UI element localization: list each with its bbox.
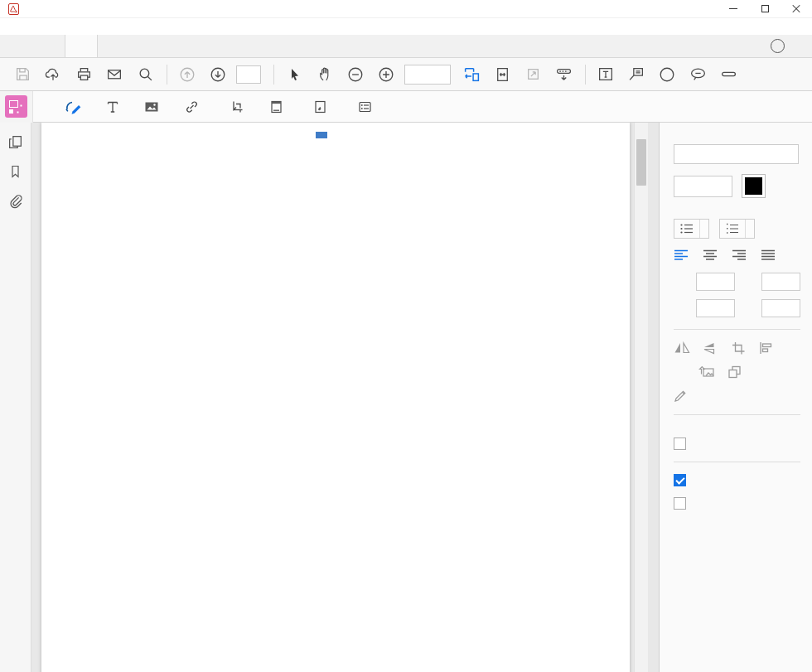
tab-tools[interactable] (27, 35, 53, 57)
align-objects-button[interactable] (759, 341, 776, 355)
flip-horizontal-button[interactable] (674, 341, 690, 355)
pdf-title-textblock[interactable] (317, 133, 326, 137)
fit-width-button[interactable] (459, 62, 484, 87)
numbered-list-icon (725, 223, 740, 234)
select-tool-button[interactable] (282, 62, 307, 87)
bookmarks-button[interactable] (8, 164, 22, 179)
edit-using-button[interactable] (674, 389, 800, 403)
scroll-up-icon[interactable] (635, 124, 649, 138)
printer-icon (76, 66, 92, 82)
fit-page-button[interactable] (490, 62, 515, 87)
header-footer-button[interactable] (269, 99, 295, 114)
hand-icon (317, 66, 333, 82)
workspace (0, 123, 812, 672)
vertical-scrollbar[interactable] (634, 123, 648, 672)
header-footer-icon (269, 99, 283, 114)
line-tool-button[interactable] (716, 62, 741, 87)
zoom-level-select[interactable] (404, 65, 451, 85)
font-size-select[interactable] (674, 176, 732, 197)
bullet-list-button[interactable] (674, 219, 709, 239)
watermark-button[interactable] (313, 99, 339, 114)
save-button[interactable] (10, 62, 35, 87)
link-button[interactable] (184, 99, 211, 114)
search-icon (138, 66, 153, 82)
minimize-icon (729, 8, 737, 9)
cloud-upload-icon (45, 66, 61, 82)
crop-icon (230, 99, 245, 114)
align-justify-button[interactable] (761, 249, 776, 261)
page-number-input[interactable] (236, 65, 261, 84)
arrange-objects-button[interactable] (727, 365, 744, 379)
edit-button[interactable] (64, 99, 88, 115)
circle-icon (659, 66, 675, 83)
more-button[interactable] (357, 99, 384, 114)
previous-page-button[interactable] (175, 62, 200, 87)
add-image-button[interactable] (143, 99, 166, 114)
callout-button[interactable] (624, 62, 649, 87)
cursor-icon (287, 67, 302, 82)
font-family-select[interactable] (674, 144, 799, 164)
watermark-icon (313, 99, 327, 114)
crop-object-button[interactable] (732, 341, 747, 355)
add-text-button[interactable] (106, 99, 125, 114)
zoom-out-button[interactable] (343, 62, 368, 87)
horizontal-scale-select[interactable] (696, 299, 735, 317)
font-color-picker[interactable] (742, 174, 766, 198)
image-icon (143, 99, 160, 114)
save-icon (15, 66, 31, 82)
tab-home[interactable] (0, 35, 27, 57)
edit-pdf-tool-badge[interactable] (0, 91, 33, 123)
character-spacing-select[interactable] (761, 299, 800, 317)
scrollbar-thumb[interactable] (636, 139, 646, 186)
flip-vertical-button[interactable] (703, 341, 719, 355)
minus-circle-icon (347, 66, 364, 83)
ellipse-tool-button[interactable] (655, 62, 679, 87)
edit-pdf-icon (5, 95, 27, 118)
restrict-editing-checkbox[interactable] (674, 497, 800, 510)
crop-pages-button[interactable] (230, 99, 251, 114)
zoom-in-button[interactable] (374, 62, 399, 87)
paragraph-spacing-select[interactable] (761, 273, 800, 291)
page-thumbnails-button[interactable] (7, 134, 23, 150)
scroll-mode-button[interactable] (551, 62, 576, 87)
toolbar-separator (585, 65, 586, 85)
share-button[interactable] (41, 62, 65, 87)
comment-button[interactable] (685, 62, 710, 87)
checkbox-unchecked-icon (674, 497, 686, 510)
align-right-button[interactable] (732, 249, 747, 261)
tab-bar (0, 35, 812, 58)
replace-image-icon (698, 365, 715, 379)
replace-image-button[interactable] (698, 365, 715, 379)
flip-vertical-icon (703, 341, 719, 355)
acrobat-window (0, 0, 812, 672)
arrow-up-circle-icon (179, 66, 196, 83)
attachments-button[interactable] (7, 193, 23, 209)
numbered-list-button[interactable] (719, 219, 755, 239)
hand-tool-button[interactable] (312, 62, 337, 87)
align-left-button[interactable] (674, 249, 689, 261)
close-icon (792, 5, 800, 13)
format-panel (659, 123, 812, 672)
close-button[interactable] (781, 0, 812, 17)
tab-document[interactable] (65, 35, 98, 57)
help-icon[interactable] (771, 39, 785, 53)
flip-horizontal-icon (674, 341, 690, 355)
show-bounding-boxes-checkbox[interactable] (674, 474, 800, 486)
next-page-button[interactable] (205, 62, 230, 87)
panel-divider (674, 414, 800, 415)
line-spacing-select[interactable] (696, 273, 735, 291)
envelope-icon (106, 66, 123, 82)
actual-size-button[interactable] (520, 62, 545, 87)
add-text-box-button[interactable] (593, 62, 618, 87)
email-button[interactable] (102, 62, 127, 87)
search-button[interactable] (133, 62, 157, 87)
selection-handle[interactable] (323, 134, 327, 138)
scroll-down-icon[interactable] (635, 657, 649, 670)
pages-icon (7, 134, 23, 150)
minimize-button[interactable] (718, 0, 749, 17)
align-center-button[interactable] (703, 249, 718, 261)
maximize-button[interactable] (749, 0, 781, 17)
font-color-swatch (745, 177, 762, 195)
recognize-text-checkbox[interactable] (674, 438, 800, 450)
print-button[interactable] (71, 62, 96, 87)
